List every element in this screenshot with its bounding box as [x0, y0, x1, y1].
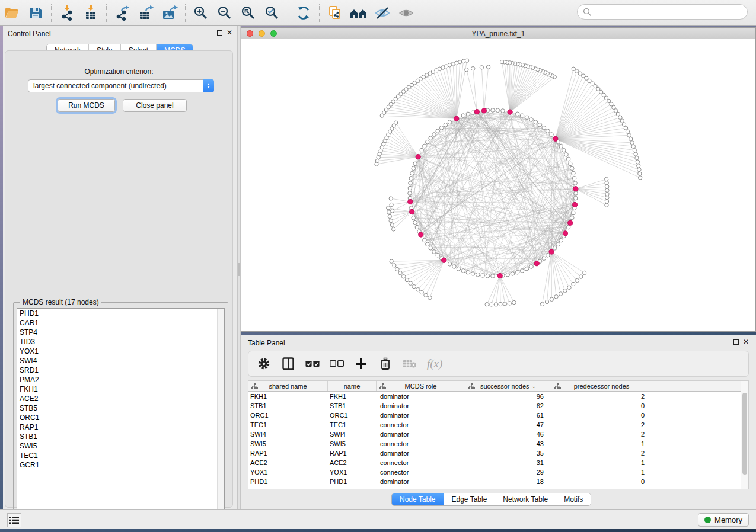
export-table-icon[interactable]: [136, 4, 156, 23]
network-node[interactable]: [388, 214, 391, 218]
network-node[interactable]: [501, 109, 505, 113]
mcds-result-node[interactable]: CAR1: [17, 318, 224, 328]
table-row[interactable]: FKH1FKH1dominator962: [248, 392, 748, 401]
add-column-icon[interactable]: [354, 357, 368, 371]
import-network-icon[interactable]: [57, 4, 77, 23]
mcds-node[interactable]: [508, 110, 512, 114]
mcds-node[interactable]: [534, 261, 539, 266]
network-node[interactable]: [486, 65, 490, 69]
network-node[interactable]: [634, 152, 637, 156]
network-node[interactable]: [466, 112, 470, 116]
network-canvas-svg[interactable]: [241, 39, 755, 331]
network-node[interactable]: [529, 265, 534, 269]
mcds-node[interactable]: [474, 109, 479, 114]
network-node[interactable]: [416, 288, 420, 291]
mcds-node[interactable]: [442, 258, 446, 262]
network-node[interactable]: [426, 140, 430, 144]
table-options-gear-icon[interactable]: [257, 357, 271, 371]
network-node[interactable]: [573, 196, 578, 200]
network-node[interactable]: [429, 136, 433, 140]
network-node[interactable]: [515, 270, 519, 274]
task-history-button[interactable]: [7, 513, 21, 527]
network-node[interactable]: [511, 272, 515, 276]
table-scrollbar-thumb[interactable]: [742, 393, 747, 475]
network-node[interactable]: [572, 177, 576, 181]
table-row[interactable]: YOX1YOX1connector291: [248, 467, 748, 477]
result-list-scrollbar[interactable]: [217, 309, 224, 517]
table-row[interactable]: STB1STB1dominator620: [248, 401, 748, 411]
table-row[interactable]: TEC1TEC1connector472: [248, 420, 748, 430]
search-field[interactable]: [577, 4, 748, 20]
network-node[interactable]: [542, 257, 546, 261]
mcds-result-node[interactable]: TEC1: [17, 451, 224, 460]
network-node[interactable]: [461, 59, 465, 63]
network-node[interactable]: [390, 203, 393, 206]
network-node[interactable]: [540, 302, 544, 306]
network-node[interactable]: [569, 162, 573, 166]
zoom-fit-icon[interactable]: [238, 4, 259, 23]
apply-layout-icon[interactable]: [294, 4, 314, 23]
network-node[interactable]: [554, 295, 558, 299]
mcds-result-list[interactable]: PHD1CAR1STP4TID3YOX1SWI4SRD1PMA2FKH1ACE2…: [17, 308, 225, 518]
network-node[interactable]: [491, 108, 495, 113]
mcds-node[interactable]: [419, 232, 423, 237]
zoom-in-icon[interactable]: [191, 4, 211, 23]
network-node[interactable]: [573, 181, 578, 185]
mcds-result-node[interactable]: FKH1: [17, 384, 224, 394]
network-node[interactable]: [575, 69, 579, 73]
float-panel-icon[interactable]: [217, 30, 222, 36]
network-node[interactable]: [605, 188, 609, 192]
network-node[interactable]: [485, 303, 489, 306]
network-node[interactable]: [629, 137, 633, 140]
close-panel-icon[interactable]: ✕: [743, 339, 749, 345]
show-columns-icon[interactable]: [281, 357, 295, 371]
mcds-result-node[interactable]: PMA2: [17, 375, 224, 384]
network-node[interactable]: [564, 153, 569, 157]
network-node[interactable]: [570, 166, 574, 171]
network-node[interactable]: [529, 118, 534, 122]
mcds-node[interactable]: [497, 273, 502, 278]
mcds-node[interactable]: [408, 199, 413, 204]
export-image-icon[interactable]: [160, 4, 180, 23]
network-node[interactable]: [476, 273, 480, 277]
table-row[interactable]: SWI5SWI5connector431: [248, 439, 748, 448]
mcds-result-node[interactable]: SWI5: [17, 441, 224, 451]
network-node[interactable]: [448, 120, 452, 124]
network-node[interactable]: [420, 148, 424, 152]
network-node[interactable]: [638, 172, 642, 175]
network-node[interactable]: [579, 275, 583, 278]
optimization-criterion-select[interactable]: largest connected component (undirected)…: [28, 79, 214, 92]
mcds-node[interactable]: [409, 209, 414, 214]
table-header-row[interactable]: shared namenameMCDS rolesuccessor nodes⌄…: [248, 381, 748, 392]
mcds-node[interactable]: [549, 249, 554, 254]
mcds-result-node[interactable]: SRD1: [17, 366, 224, 375]
network-window-titlebar[interactable]: YPA_prune.txt_1: [241, 28, 755, 39]
mcds-result-node[interactable]: ACE2: [17, 394, 224, 403]
mcds-result-node[interactable]: PHD1: [17, 309, 224, 318]
column-header-MCDS-role[interactable]: MCDS role: [377, 381, 465, 391]
node-table[interactable]: shared namenameMCDS rolesuccessor nodes⌄…: [248, 380, 749, 489]
network-node[interactable]: [409, 281, 412, 285]
network-node[interactable]: [496, 108, 500, 113]
network-node[interactable]: [500, 60, 503, 63]
mcds-result-node[interactable]: STP4: [17, 328, 224, 337]
network-node[interactable]: [444, 123, 448, 127]
network-node[interactable]: [390, 259, 393, 263]
network-node[interactable]: [525, 267, 529, 271]
network-node[interactable]: [415, 225, 419, 229]
network-node[interactable]: [542, 126, 546, 130]
table-scrollbar[interactable]: [741, 381, 748, 489]
clone-network-icon[interactable]: [325, 4, 345, 23]
mcds-result-node[interactable]: GCR1: [17, 460, 224, 470]
network-node[interactable]: [461, 114, 465, 118]
network-node[interactable]: [409, 177, 413, 181]
close-panel-icon[interactable]: ✕: [227, 30, 232, 36]
network-node[interactable]: [452, 265, 457, 269]
network-node[interactable]: [626, 130, 629, 133]
mcds-result-node[interactable]: STB1: [17, 432, 224, 441]
mcds-node[interactable]: [568, 220, 573, 225]
network-node[interactable]: [624, 126, 627, 130]
search-input[interactable]: [592, 6, 747, 18]
network-node[interactable]: [494, 303, 497, 306]
table-row[interactable]: RAP1RAP1dominator352: [248, 448, 748, 458]
